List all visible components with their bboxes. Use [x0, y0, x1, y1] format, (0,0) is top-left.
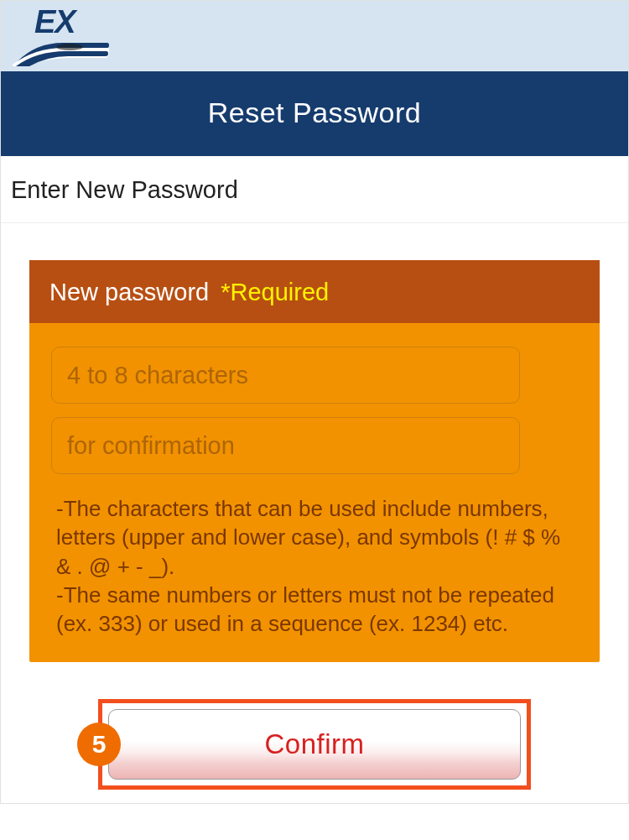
form-section-header: New password *Required [29, 260, 600, 323]
svg-point-1 [56, 44, 83, 50]
page-title: Reset Password [1, 71, 628, 156]
confirm-button[interactable]: Confirm [108, 709, 521, 780]
instruction-text: Enter New Password [1, 156, 628, 223]
new-password-input[interactable] [51, 347, 520, 404]
confirm-password-input[interactable] [51, 417, 520, 474]
logo-bar: EX [1, 1, 628, 71]
content-area: New password *Required -The characters t… [1, 223, 628, 790]
step-highlight-box: 5 Confirm [98, 699, 531, 790]
confirm-area: 5 Confirm [29, 699, 600, 790]
password-form-card: New password *Required -The characters t… [29, 260, 600, 662]
step-number-badge: 5 [77, 723, 121, 766]
ex-train-logo: EX [11, 4, 112, 68]
password-rules-text: -The characters that can be used include… [51, 488, 578, 639]
form-body: -The characters that can be used include… [29, 323, 600, 662]
svg-text:EX: EX [34, 4, 78, 39]
required-label: *Required [221, 279, 329, 306]
section-label: New password [49, 279, 209, 306]
app-container: EX Reset Password Enter New Password New… [0, 0, 629, 804]
